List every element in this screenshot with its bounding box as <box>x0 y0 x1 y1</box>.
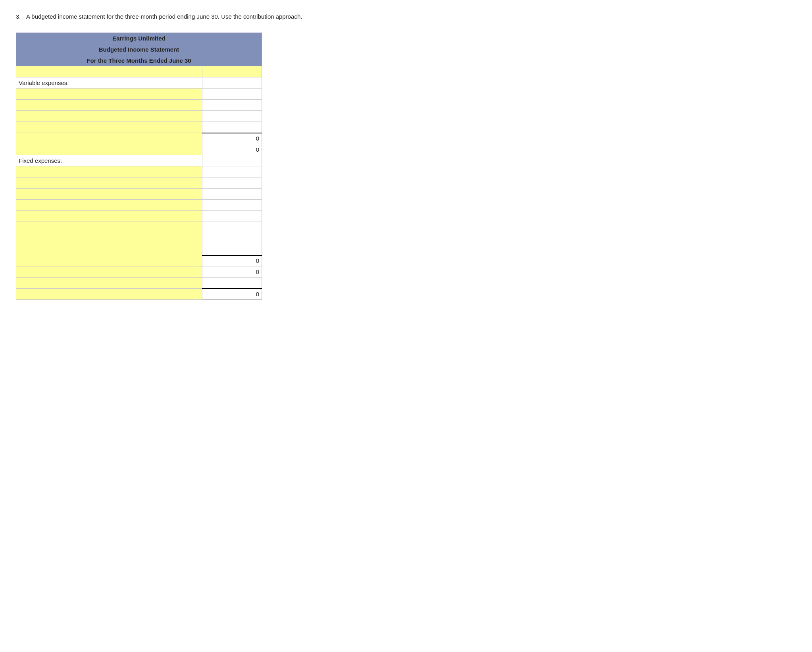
mid-input-cell[interactable] <box>147 100 202 111</box>
table-row <box>16 244 262 255</box>
mid-cell <box>147 155 202 166</box>
label-input-cell[interactable] <box>16 144 147 155</box>
right-cell <box>202 222 262 233</box>
table-row: 0 <box>16 255 262 266</box>
mid-input-cell[interactable] <box>147 278 202 289</box>
table-row <box>16 233 262 244</box>
table-row: 0 <box>16 266 262 278</box>
table-title-2: Budgeted Income Statement <box>16 44 262 55</box>
label-input-cell[interactable] <box>16 255 147 266</box>
right-cell <box>202 77 262 89</box>
right-cell <box>202 244 262 255</box>
label-input-cell[interactable] <box>16 289 147 300</box>
mid-input-cell[interactable] <box>147 144 202 155</box>
right-cell <box>202 189 262 200</box>
label-input-cell[interactable] <box>16 66 147 77</box>
table-row <box>16 166 262 177</box>
right-input-cell[interactable] <box>202 66 262 77</box>
label-input-cell[interactable] <box>16 211 147 222</box>
mid-input-cell[interactable] <box>147 233 202 244</box>
final-value-cell: 0 <box>202 289 262 300</box>
table-header-row-3: For the Three Months Ended June 30 <box>16 55 262 66</box>
mid-input-cell[interactable] <box>147 111 202 122</box>
right-cell <box>202 89 262 100</box>
table-row <box>16 278 262 289</box>
right-cell <box>202 111 262 122</box>
table-row <box>16 89 262 100</box>
right-cell <box>202 155 262 166</box>
label-input-cell[interactable] <box>16 100 147 111</box>
label-input-cell[interactable] <box>16 278 147 289</box>
right-cell <box>202 233 262 244</box>
table-row: Variable expenses: <box>16 77 262 89</box>
table-row <box>16 122 262 133</box>
section-label-cell: Fixed expenses: <box>16 155 147 166</box>
problem-number: 3. <box>16 12 23 21</box>
right-cell <box>202 177 262 189</box>
label-input-cell[interactable] <box>16 89 147 100</box>
label-input-cell[interactable] <box>16 222 147 233</box>
mid-input-cell[interactable] <box>147 266 202 278</box>
right-cell <box>202 122 262 133</box>
label-input-cell[interactable] <box>16 244 147 255</box>
table-row <box>16 200 262 211</box>
table-row <box>16 211 262 222</box>
label-input-cell[interactable] <box>16 233 147 244</box>
mid-input-cell[interactable] <box>147 89 202 100</box>
label-input-cell[interactable] <box>16 189 147 200</box>
mid-input-cell[interactable] <box>147 66 202 77</box>
mid-input-cell[interactable] <box>147 244 202 255</box>
table-row: 0 <box>16 144 262 155</box>
table-row <box>16 111 262 122</box>
mid-input-cell[interactable] <box>147 255 202 266</box>
table-header-row-1: Earrings Unlimited <box>16 33 262 44</box>
table-row: Fixed expenses: <box>16 155 262 166</box>
table-row <box>16 66 262 77</box>
table-title-3: For the Three Months Ended June 30 <box>16 55 262 66</box>
mid-input-cell[interactable] <box>147 200 202 211</box>
mid-input-cell[interactable] <box>147 211 202 222</box>
label-input-cell[interactable] <box>16 166 147 177</box>
table-row <box>16 100 262 111</box>
problem-text: A budgeted income statement for the thre… <box>26 12 302 21</box>
label-input-cell[interactable] <box>16 200 147 211</box>
section-label-cell: Variable expenses: <box>16 77 147 89</box>
table-row <box>16 177 262 189</box>
table-title-1: Earrings Unlimited <box>16 33 262 44</box>
table-row <box>16 189 262 200</box>
mid-input-cell[interactable] <box>147 289 202 300</box>
right-cell <box>202 166 262 177</box>
value-cell: 0 <box>202 266 262 278</box>
mid-input-cell[interactable] <box>147 122 202 133</box>
right-cell <box>202 100 262 111</box>
value-cell: 0 <box>202 133 262 144</box>
table-header-row-2: Budgeted Income Statement <box>16 44 262 55</box>
value-cell: 0 <box>202 255 262 266</box>
mid-cell <box>147 77 202 89</box>
table-row: 0 <box>16 133 262 144</box>
right-cell <box>202 211 262 222</box>
problem-statement: 3. A budgeted income statement for the t… <box>16 12 357 21</box>
table-row: 0 <box>16 289 262 300</box>
mid-input-cell[interactable] <box>147 166 202 177</box>
mid-input-cell[interactable] <box>147 177 202 189</box>
label-input-cell[interactable] <box>16 177 147 189</box>
mid-input-cell[interactable] <box>147 189 202 200</box>
value-cell: 0 <box>202 144 262 155</box>
label-input-cell[interactable] <box>16 266 147 278</box>
mid-input-cell[interactable] <box>147 133 202 144</box>
right-cell <box>202 278 262 289</box>
label-input-cell[interactable] <box>16 111 147 122</box>
label-input-cell[interactable] <box>16 133 147 144</box>
financial-table-wrapper: Earrings Unlimited Budgeted Income State… <box>16 33 262 300</box>
right-cell <box>202 200 262 211</box>
mid-input-cell[interactable] <box>147 222 202 233</box>
table-row <box>16 222 262 233</box>
budgeted-income-statement-table: Earrings Unlimited Budgeted Income State… <box>16 33 262 300</box>
label-input-cell[interactable] <box>16 122 147 133</box>
